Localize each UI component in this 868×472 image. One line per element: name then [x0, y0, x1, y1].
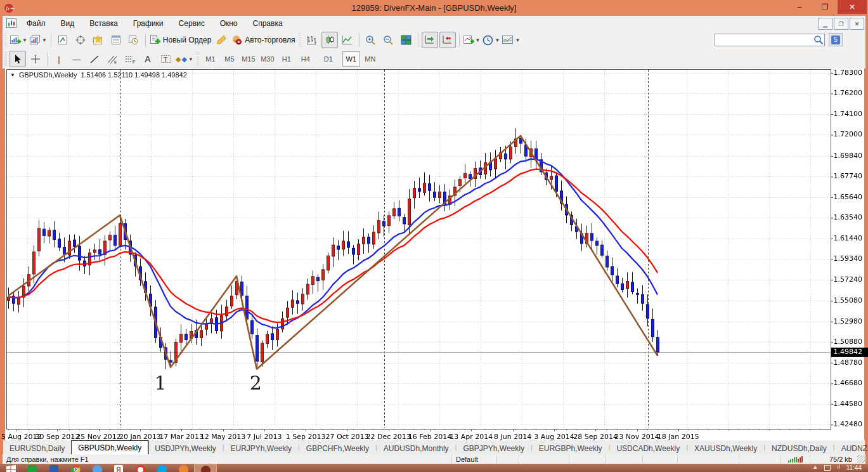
- tab-eurgbph-weekly[interactable]: EURGBPh,Weekly: [533, 442, 609, 454]
- crosshair-cursor-icon: [30, 54, 41, 64]
- tray-show-hidden-icon[interactable]: ▲: [812, 464, 818, 470]
- chart-shift-button[interactable]: [439, 32, 456, 48]
- tab-audusdh-monthly[interactable]: AUDUSDh,Monthly: [377, 442, 455, 454]
- new-chart-button[interactable]: ▼: [10, 32, 28, 48]
- strategy-tester-button[interactable]: [126, 32, 142, 48]
- text-label-button[interactable]: T: [157, 51, 174, 67]
- taskbar-app-word-app[interactable]: [43, 464, 65, 472]
- timeframe-w1-button[interactable]: W1: [342, 51, 360, 67]
- mdi-restore-button[interactable]: ❐: [834, 18, 848, 30]
- toolbar-grip[interactable]: [299, 33, 301, 47]
- periods-button[interactable]: ▼: [482, 32, 500, 48]
- data-window-button[interactable]: [108, 32, 124, 48]
- resize-grip[interactable]: [857, 455, 865, 463]
- favorites-button[interactable]: [90, 32, 107, 48]
- data-window-icon: [111, 35, 121, 45]
- taskbar-app-yandex-app[interactable]: Я: [108, 464, 129, 472]
- candlestick-chart-button[interactable]: [321, 32, 338, 48]
- crosshair-cursor-button[interactable]: [27, 51, 44, 67]
- templates-button[interactable]: ▼: [502, 32, 521, 48]
- menu-item-1[interactable]: Файл: [19, 16, 53, 30]
- tray-window-icon[interactable]: [824, 465, 831, 471]
- timeframe-mn-button[interactable]: MN: [361, 51, 379, 67]
- profiles-button[interactable]: ▼: [29, 32, 48, 48]
- menu-item-7[interactable]: Справка: [245, 16, 290, 30]
- tab-nzdusdh-daily[interactable]: NZDUSDh,Daily: [765, 442, 833, 454]
- timeframe-m30-button[interactable]: M30: [259, 51, 276, 67]
- timeframe-h4-button[interactable]: H4: [297, 51, 314, 67]
- taskbar-app-yandex-browser[interactable]: [129, 464, 151, 472]
- bar-chart-button[interactable]: [304, 32, 320, 48]
- zoom-out-button[interactable]: [380, 32, 397, 48]
- mdi-close-button[interactable]: ✕: [850, 18, 864, 30]
- horizontal-line-button[interactable]: —: [68, 51, 85, 67]
- vertical-line-button[interactable]: |: [51, 51, 67, 67]
- toolbar-grip[interactable]: [197, 52, 199, 66]
- fibonacci-button[interactable]: F: [122, 51, 138, 67]
- tab-gbpusdh-weekly[interactable]: GBPUSDh,Weekly: [71, 440, 148, 454]
- indicators-button[interactable]: ▼: [463, 32, 481, 48]
- auto-trading-button[interactable]: Авто-торговля: [231, 32, 295, 48]
- taskbar-app-chrome[interactable]: [65, 464, 86, 472]
- toolbar-grip[interactable]: [4, 33, 7, 47]
- notification-count-badge: 5: [831, 36, 840, 44]
- menu-item-3[interactable]: Вставка: [82, 16, 126, 30]
- status-profile[interactable]: Default: [451, 455, 496, 463]
- tab-gbpjpyh-weekly[interactable]: GBPJPYh,Weekly: [457, 442, 530, 454]
- menu-item-4[interactable]: Графики: [126, 16, 171, 30]
- tray-network-icon[interactable]: ıl: [837, 464, 840, 470]
- taskbar-app-green-store-app[interactable]: [22, 464, 43, 472]
- close-button[interactable]: ✕: [838, 0, 867, 14]
- trendline-button[interactable]: [86, 51, 103, 67]
- timeframe-d1-button[interactable]: D1: [320, 51, 337, 67]
- tab-usdcadh-weekly[interactable]: USDCADh,Weekly: [610, 442, 686, 454]
- tab-xauusdh-weekly[interactable]: XAUUSDh,Weekly: [688, 442, 763, 454]
- arrows-button[interactable]: ◆◆▼: [175, 51, 194, 67]
- expert-advisor-button[interactable]: [213, 32, 230, 48]
- line-chart-button[interactable]: [339, 32, 356, 48]
- auto-trading-icon: [231, 35, 242, 45]
- candlestick-chart-icon: [325, 35, 335, 45]
- timeframe-m1-button[interactable]: M1: [202, 51, 219, 67]
- green-store-app-icon: [28, 465, 37, 472]
- tab-audnzdh-daily[interactable]: AUDNZDh,Daily: [835, 442, 868, 454]
- tile-windows-button[interactable]: [398, 32, 415, 48]
- taskbar-app-orange-app[interactable]: [172, 464, 194, 472]
- taskbar-app-metatrader[interactable]: [194, 464, 217, 472]
- tick-chart-button[interactable]: [55, 32, 71, 48]
- mdi-minimize-button[interactable]: ▁: [818, 18, 832, 30]
- blue-app-icon: [93, 465, 102, 472]
- notifications-button[interactable]: 5: [829, 33, 843, 46]
- cursor-button[interactable]: [10, 51, 26, 67]
- menu-bar: ФайлВидВставкаГрафикиСервисОкноСправка: [3, 16, 865, 31]
- menu-item-2[interactable]: Вид: [53, 16, 82, 30]
- auto-scroll-button[interactable]: [422, 32, 438, 48]
- toolbar-grip[interactable]: [4, 52, 7, 66]
- menu-item-5[interactable]: Сервис: [171, 16, 212, 30]
- taskbar-clock[interactable]: 11:44: [846, 464, 862, 471]
- minimize-button[interactable]: –: [787, 0, 812, 14]
- search-input[interactable]: [715, 34, 825, 46]
- menu-item-6[interactable]: Окно: [212, 16, 245, 30]
- maximize-button[interactable]: ❐: [812, 0, 838, 14]
- equidistant-channel-button[interactable]: E: [104, 51, 120, 67]
- taskbar-app-windows-start[interactable]: [0, 464, 22, 472]
- taskbar-app-skype[interactable]: [151, 464, 172, 472]
- timeframe-m15-button[interactable]: M15: [240, 51, 257, 67]
- new-order-button[interactable]: Новый Ордер: [149, 32, 212, 48]
- tab-eurjpyh-weekly[interactable]: EURJPYh,Weekly: [224, 442, 298, 454]
- taskbar-app-blue-app[interactable]: [86, 464, 108, 472]
- chart-document-icon[interactable]: [6, 18, 16, 28]
- price-chart-canvas[interactable]: [0, 69, 868, 440]
- zoom-in-button[interactable]: [363, 32, 379, 48]
- search-icon[interactable]: [813, 35, 824, 45]
- chevron-down-icon[interactable]: ▼: [10, 72, 15, 78]
- timeframe-h1-button[interactable]: H1: [278, 51, 295, 67]
- tab-gbpchfh-weekly[interactable]: GBPCHFh,Weekly: [300, 442, 375, 454]
- timeframe-m5-button[interactable]: M5: [221, 51, 238, 67]
- crosshair-window-button[interactable]: [72, 32, 89, 48]
- tab-eurusdh-daily[interactable]: EURUSDh,Daily: [3, 442, 71, 454]
- zoom-out-icon: [383, 35, 394, 46]
- tab-usdjpyh-weekly[interactable]: USDJPYh,Weekly: [148, 442, 222, 454]
- text-button[interactable]: A: [139, 51, 156, 67]
